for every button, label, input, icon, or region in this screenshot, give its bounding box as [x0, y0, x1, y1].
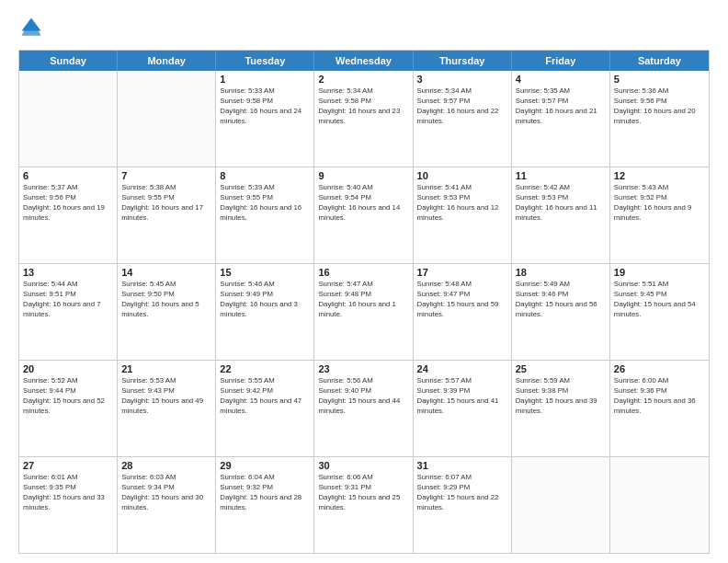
calendar-cell: 10Sunrise: 5:41 AM Sunset: 9:53 PM Dayli…	[414, 167, 512, 263]
cell-info: Sunrise: 6:06 AM Sunset: 9:31 PM Dayligh…	[318, 473, 408, 513]
cell-day-number: 10	[417, 170, 507, 181]
weekday-header: Wednesday	[314, 51, 413, 71]
cell-day-number: 31	[417, 460, 507, 471]
calendar-cell: 21Sunrise: 5:53 AM Sunset: 9:43 PM Dayli…	[118, 361, 216, 456]
calendar-cell: 23Sunrise: 5:56 AM Sunset: 9:40 PM Dayli…	[314, 361, 413, 456]
cell-info: Sunrise: 5:59 AM Sunset: 9:38 PM Dayligh…	[516, 376, 606, 417]
cell-day-number: 11	[516, 170, 606, 181]
cell-info: Sunrise: 5:47 AM Sunset: 9:48 PM Dayligh…	[318, 280, 408, 320]
calendar-cell: 25Sunrise: 5:59 AM Sunset: 9:38 PM Dayli…	[512, 361, 610, 456]
cell-day-number: 24	[417, 363, 507, 374]
calendar-cell: 14Sunrise: 5:45 AM Sunset: 9:50 PM Dayli…	[118, 264, 216, 360]
cell-day-number: 25	[516, 363, 606, 374]
cell-info: Sunrise: 6:07 AM Sunset: 9:29 PM Dayligh…	[417, 473, 507, 513]
cell-info: Sunrise: 5:41 AM Sunset: 9:53 PM Dayligh…	[417, 183, 507, 224]
cell-info: Sunrise: 6:04 AM Sunset: 9:32 PM Dayligh…	[220, 473, 310, 513]
calendar-cell	[610, 457, 709, 553]
cell-info: Sunrise: 5:37 AM Sunset: 9:56 PM Dayligh…	[23, 183, 113, 224]
cell-info: Sunrise: 6:01 AM Sunset: 9:35 PM Dayligh…	[23, 473, 113, 513]
cell-info: Sunrise: 5:53 AM Sunset: 9:43 PM Dayligh…	[121, 376, 211, 417]
calendar-cell: 27Sunrise: 6:01 AM Sunset: 9:35 PM Dayli…	[19, 457, 118, 553]
cell-day-number: 27	[23, 460, 113, 471]
calendar-cell: 2Sunrise: 5:34 AM Sunset: 9:58 PM Daylig…	[314, 71, 413, 167]
cell-day-number: 23	[318, 363, 408, 374]
cell-day-number: 30	[318, 460, 408, 471]
calendar-cell: 15Sunrise: 5:46 AM Sunset: 9:49 PM Dayli…	[216, 264, 314, 360]
calendar-header: SundayMondayTuesdayWednesdayThursdayFrid…	[19, 51, 709, 71]
cell-day-number: 3	[417, 74, 507, 85]
cell-info: Sunrise: 5:43 AM Sunset: 9:52 PM Dayligh…	[614, 183, 705, 224]
cell-info: Sunrise: 5:45 AM Sunset: 9:50 PM Dayligh…	[121, 280, 211, 320]
cell-info: Sunrise: 5:40 AM Sunset: 9:54 PM Dayligh…	[318, 183, 408, 224]
calendar: SundayMondayTuesdayWednesdayThursdayFrid…	[18, 50, 710, 554]
cell-day-number: 28	[121, 460, 211, 471]
calendar-cell: 26Sunrise: 6:00 AM Sunset: 9:36 PM Dayli…	[610, 361, 709, 456]
calendar-cell: 12Sunrise: 5:43 AM Sunset: 9:52 PM Dayli…	[610, 167, 709, 263]
calendar-cell: 17Sunrise: 5:48 AM Sunset: 9:47 PM Dayli…	[414, 264, 512, 360]
page: SundayMondayTuesdayWednesdayThursdayFrid…	[0, 0, 728, 563]
cell-day-number: 2	[318, 74, 408, 85]
calendar-cell: 6Sunrise: 5:37 AM Sunset: 9:56 PM Daylig…	[19, 167, 118, 263]
calendar-cell: 28Sunrise: 6:03 AM Sunset: 9:34 PM Dayli…	[118, 457, 216, 553]
cell-info: Sunrise: 5:52 AM Sunset: 9:44 PM Dayligh…	[23, 376, 113, 417]
cell-day-number: 26	[614, 363, 705, 374]
calendar-cell: 16Sunrise: 5:47 AM Sunset: 9:48 PM Dayli…	[314, 264, 413, 360]
cell-day-number: 13	[23, 267, 113, 278]
calendar-cell: 31Sunrise: 6:07 AM Sunset: 9:29 PM Dayli…	[414, 457, 512, 553]
cell-info: Sunrise: 5:46 AM Sunset: 9:49 PM Dayligh…	[220, 280, 310, 320]
logo	[18, 15, 48, 40]
calendar-cell	[19, 71, 118, 167]
cell-day-number: 6	[23, 170, 113, 181]
cell-day-number: 19	[614, 267, 705, 278]
cell-info: Sunrise: 5:55 AM Sunset: 9:42 PM Dayligh…	[220, 376, 310, 417]
cell-day-number: 12	[614, 170, 705, 181]
cell-day-number: 17	[417, 267, 507, 278]
cell-day-number: 5	[614, 74, 705, 85]
weekday-header: Monday	[118, 51, 216, 71]
calendar-row: 1Sunrise: 5:33 AM Sunset: 9:58 PM Daylig…	[19, 71, 709, 167]
calendar-cell: 30Sunrise: 6:06 AM Sunset: 9:31 PM Dayli…	[314, 457, 413, 553]
calendar-cell: 4Sunrise: 5:35 AM Sunset: 9:57 PM Daylig…	[512, 71, 610, 167]
cell-info: Sunrise: 6:00 AM Sunset: 9:36 PM Dayligh…	[614, 376, 705, 417]
weekday-header: Sunday	[19, 51, 118, 71]
calendar-body: 1Sunrise: 5:33 AM Sunset: 9:58 PM Daylig…	[19, 71, 709, 553]
cell-day-number: 16	[318, 267, 408, 278]
weekday-header: Tuesday	[216, 51, 314, 71]
cell-info: Sunrise: 5:34 AM Sunset: 9:58 PM Dayligh…	[318, 86, 408, 127]
logo-icon	[18, 15, 44, 40]
cell-day-number: 21	[121, 363, 211, 374]
cell-day-number: 7	[121, 170, 211, 181]
cell-day-number: 9	[318, 170, 408, 181]
cell-info: Sunrise: 5:49 AM Sunset: 9:46 PM Dayligh…	[516, 280, 606, 320]
calendar-cell	[118, 71, 216, 167]
cell-info: Sunrise: 5:42 AM Sunset: 9:53 PM Dayligh…	[516, 183, 606, 224]
calendar-cell: 3Sunrise: 5:34 AM Sunset: 9:57 PM Daylig…	[414, 71, 512, 167]
cell-info: Sunrise: 5:34 AM Sunset: 9:57 PM Dayligh…	[417, 86, 507, 127]
cell-info: Sunrise: 5:48 AM Sunset: 9:47 PM Dayligh…	[417, 280, 507, 320]
calendar-row: 27Sunrise: 6:01 AM Sunset: 9:35 PM Dayli…	[19, 456, 709, 553]
cell-info: Sunrise: 5:35 AM Sunset: 9:57 PM Dayligh…	[516, 86, 606, 127]
cell-day-number: 22	[220, 363, 310, 374]
calendar-cell: 22Sunrise: 5:55 AM Sunset: 9:42 PM Dayli…	[216, 361, 314, 456]
calendar-cell: 19Sunrise: 5:51 AM Sunset: 9:45 PM Dayli…	[610, 264, 709, 360]
weekday-header: Thursday	[414, 51, 512, 71]
cell-day-number: 15	[220, 267, 310, 278]
cell-day-number: 29	[220, 460, 310, 471]
cell-day-number: 8	[220, 170, 310, 181]
calendar-cell: 8Sunrise: 5:39 AM Sunset: 9:55 PM Daylig…	[216, 167, 314, 263]
weekday-header: Saturday	[610, 51, 709, 71]
calendar-cell: 1Sunrise: 5:33 AM Sunset: 9:58 PM Daylig…	[216, 71, 314, 167]
calendar-cell: 7Sunrise: 5:38 AM Sunset: 9:55 PM Daylig…	[118, 167, 216, 263]
cell-info: Sunrise: 5:36 AM Sunset: 9:56 PM Dayligh…	[614, 86, 705, 127]
calendar-cell	[512, 457, 610, 553]
weekday-header: Friday	[512, 51, 610, 71]
cell-day-number: 14	[121, 267, 211, 278]
cell-info: Sunrise: 5:38 AM Sunset: 9:55 PM Dayligh…	[121, 183, 211, 224]
cell-day-number: 20	[23, 363, 113, 374]
cell-info: Sunrise: 6:03 AM Sunset: 9:34 PM Dayligh…	[121, 473, 211, 513]
header	[18, 15, 710, 40]
calendar-cell: 18Sunrise: 5:49 AM Sunset: 9:46 PM Dayli…	[512, 264, 610, 360]
cell-info: Sunrise: 5:39 AM Sunset: 9:55 PM Dayligh…	[220, 183, 310, 224]
calendar-cell: 11Sunrise: 5:42 AM Sunset: 9:53 PM Dayli…	[512, 167, 610, 263]
calendar-row: 20Sunrise: 5:52 AM Sunset: 9:44 PM Dayli…	[19, 360, 709, 456]
